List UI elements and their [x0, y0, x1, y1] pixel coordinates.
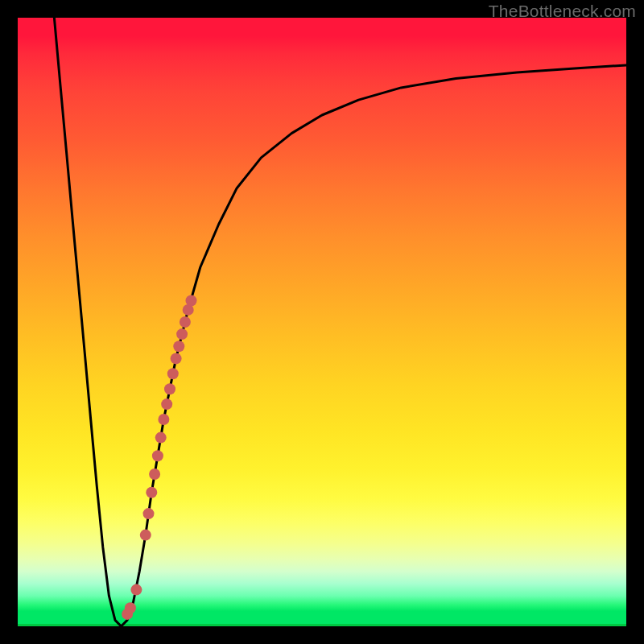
highlight-marker: [173, 341, 184, 352]
chart-svg: [18, 18, 626, 626]
highlight-marker: [167, 368, 179, 379]
highlight-marker: [130, 584, 142, 596]
highlight-marker: [158, 414, 169, 425]
highlight-marker: [186, 295, 197, 307]
highlight-marker: [125, 602, 136, 613]
highlight-marker: [176, 328, 188, 340]
highlight-marker: [180, 316, 191, 328]
highlight-marker: [171, 353, 182, 364]
outer-frame: TheBottleneck.com: [0, 0, 644, 644]
highlight-marker: [155, 432, 167, 444]
highlight-markers: [122, 295, 196, 620]
highlight-marker: [164, 383, 175, 394]
highlight-marker: [143, 508, 155, 519]
watermark-text: TheBottleneck.com: [489, 2, 636, 21]
highlight-marker: [152, 450, 163, 461]
highlight-marker: [146, 487, 157, 498]
highlight-marker: [161, 398, 172, 410]
highlight-marker: [140, 530, 151, 541]
highlight-marker: [149, 469, 160, 480]
